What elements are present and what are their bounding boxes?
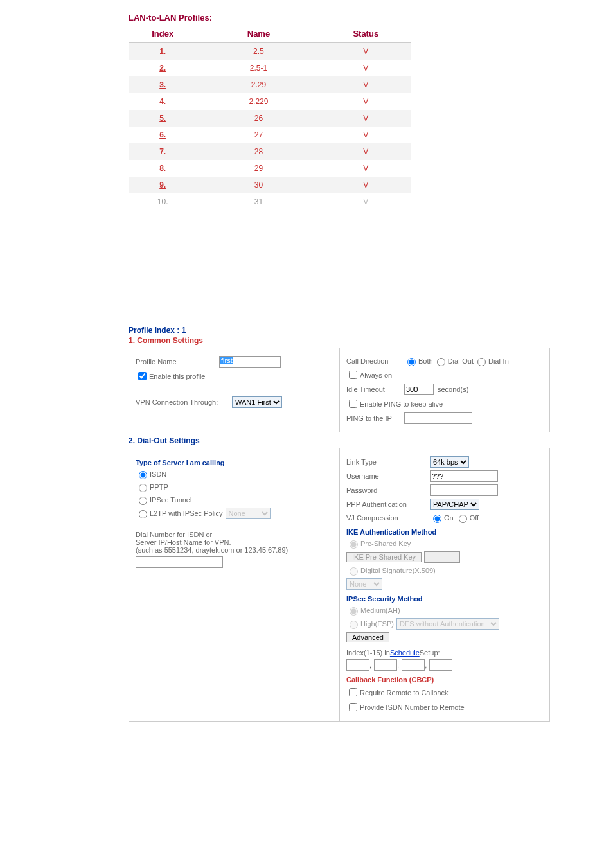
vj-on-label: On (444, 514, 454, 522)
vpn-conn-through-label: VPN Connection Through: (136, 398, 232, 406)
col-index: Index (129, 25, 197, 43)
cbcp-provide-checkbox[interactable] (349, 703, 357, 711)
profile-name: 31 (197, 193, 320, 210)
dialout-settings-header: 2. Dial-Out Settings (129, 436, 484, 445)
profile-name: 2.5 (197, 43, 320, 60)
profile-link[interactable]: 8. (159, 164, 166, 173)
advanced-button[interactable]: Advanced (346, 632, 389, 642)
table-row: 3.2.29V (129, 76, 411, 93)
call-dir-in-label: Dial-In (488, 357, 509, 365)
medium-label: Medium(AH) (360, 607, 400, 614)
col-status: Status (321, 25, 411, 43)
table-row: 2.2.5-1V (129, 60, 411, 76)
profile-status: V (321, 143, 411, 160)
profile-index-label: Profile Index : 1 (129, 326, 484, 335)
vj-off-label: Off (470, 514, 479, 522)
digsig-label: Digital Signature(X.509) (360, 567, 436, 574)
profile-name: 2.5-1 (197, 60, 320, 76)
call-direction-label: Call Direction (346, 357, 404, 365)
enable-ping-checkbox[interactable] (349, 400, 357, 408)
profile-name-label: Profile Name (136, 358, 219, 366)
schedule-input-1[interactable] (346, 659, 369, 671)
table-row: 9.30V (129, 177, 411, 193)
cbcp-header: Callback Function (CBCP) (346, 676, 543, 684)
profile-link[interactable]: 6. (159, 130, 166, 139)
profile-name: 26 (197, 110, 320, 127)
psk-radio (350, 540, 358, 549)
enable-profile-checkbox[interactable] (138, 372, 147, 380)
server-pptp-label: PPTP (150, 483, 168, 491)
profile-link[interactable]: 2. (159, 64, 166, 73)
enable-profile-label: Enable this profile (149, 373, 205, 380)
ppp-auth-select[interactable]: PAP/CHAP (430, 499, 479, 510)
profile-link[interactable]: 3. (159, 80, 166, 89)
vj-off-radio[interactable] (459, 515, 467, 523)
schedule-prefix: Index(1-15) in (346, 649, 390, 657)
high-select: DES without Authentication (396, 618, 499, 630)
vj-on-radio[interactable] (433, 515, 441, 523)
ipsec-sec-header: IPSec Security Method (346, 595, 543, 603)
profile-name: 28 (197, 143, 320, 160)
ike-psk-button: IKE Pre-Shared Key (346, 552, 422, 562)
dial-number-input[interactable] (136, 556, 223, 568)
table-row: 6.27V (129, 127, 411, 143)
idle-timeout-label: Idle Timeout (346, 385, 404, 393)
high-label: High(ESP) (360, 620, 394, 628)
password-label: Password (346, 486, 430, 494)
server-pptp-radio[interactable] (139, 484, 147, 492)
idle-timeout-input[interactable] (404, 384, 434, 395)
link-type-select[interactable]: 64k bps (430, 456, 469, 468)
profile-status: V (321, 76, 411, 93)
profile-link[interactable]: 4. (159, 97, 166, 106)
profile-status: V (321, 193, 411, 210)
ping-ip-label: PING to the IP (346, 414, 404, 422)
medium-radio (350, 607, 358, 616)
server-isdn-radio[interactable] (139, 471, 147, 479)
always-on-label: Always on (360, 371, 392, 379)
ike-auth-header: IKE Authentication Method (346, 528, 543, 536)
profile-link[interactable]: 9. (159, 181, 166, 190)
schedule-link[interactable]: Schedule (390, 649, 420, 657)
cbcp-provide-label: Provide ISDN Number to Remote (360, 704, 465, 711)
profile-link[interactable]: 7. (159, 147, 166, 156)
schedule-input-4[interactable] (429, 659, 452, 671)
profiles-table: Index Name Status 1.2.5V2.2.5-1V3.2.29V4… (129, 25, 411, 210)
profile-status: V (321, 127, 411, 143)
always-on-checkbox[interactable] (349, 371, 357, 379)
l2tp-policy-select: None (226, 508, 271, 519)
dialout-settings-panel: Type of Server I am calling ISDN PPTP IP… (129, 448, 550, 722)
profile-link[interactable]: 5. (159, 114, 166, 123)
cbcp-require-checkbox[interactable] (349, 688, 357, 696)
profile-name-value: first (220, 357, 233, 364)
profile-name: 29 (197, 160, 320, 177)
username-input[interactable] (430, 470, 498, 482)
profile-name: 2.29 (197, 76, 320, 93)
profile-status: V (321, 60, 411, 76)
profile-status: V (321, 93, 411, 110)
profile-name: 30 (197, 177, 320, 193)
high-radio (350, 621, 358, 629)
col-name: Name (197, 25, 320, 43)
table-row: 10.31V (129, 193, 411, 210)
call-dir-both-radio[interactable] (407, 358, 416, 366)
call-dir-out-label: Dial-Out (448, 357, 474, 365)
server-ipsec-radio[interactable] (139, 497, 147, 505)
ppp-auth-label: PPP Authentication (346, 500, 430, 508)
profile-link[interactable]: 1. (159, 47, 166, 56)
profile-status: V (321, 160, 411, 177)
table-row: 1.2.5V (129, 43, 411, 60)
common-settings-header: 1. Common Settings (129, 336, 484, 345)
schedule-input-3[interactable] (402, 659, 425, 671)
cbcp-require-label: Require Remote to Callback (360, 689, 449, 696)
digsig-select: None (346, 578, 382, 590)
vpn-conn-through-select[interactable]: WAN1 First (232, 396, 282, 408)
ping-ip-input[interactable] (404, 412, 472, 424)
schedule-suffix: Setup: (420, 649, 440, 657)
call-dir-out-radio[interactable] (437, 358, 445, 366)
server-l2tp-radio[interactable] (139, 510, 147, 518)
schedule-input-2[interactable] (374, 659, 397, 671)
enable-ping-label: Enable PING to keep alive (360, 400, 443, 408)
password-input[interactable] (430, 484, 498, 496)
call-dir-in-radio[interactable] (477, 358, 486, 366)
server-isdn-label: ISDN (150, 470, 166, 478)
